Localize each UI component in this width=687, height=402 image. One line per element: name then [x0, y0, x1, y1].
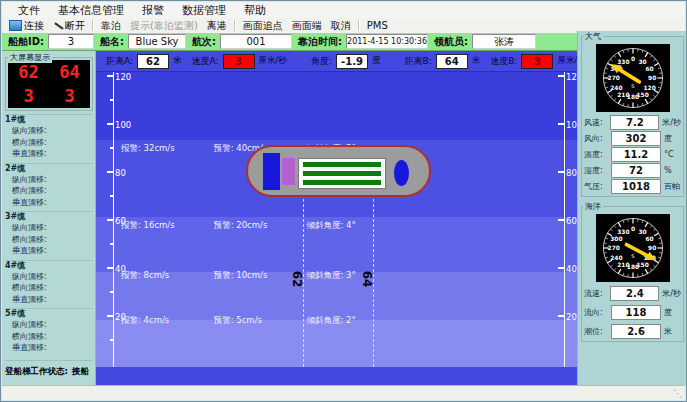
axis-tick	[558, 171, 564, 173]
distance-b-label: 距离B:	[404, 55, 431, 68]
axis-minor-tick	[110, 291, 113, 293]
big-screen-display-group: 大屏幕显示 62 64 3 3	[5, 57, 93, 111]
disconnect-icon	[53, 21, 63, 31]
distance-band	[96, 320, 577, 367]
cable-group-5: 5#缆 纵向漂移: 横向漂移: 垂直漂移:	[5, 308, 93, 354]
menu-bar: 文件 基本信息管理 报警 数据管理 帮助	[2, 2, 685, 19]
humidity-value: 72	[611, 163, 661, 178]
pilot-label: 领航员:	[434, 35, 468, 49]
connect-icon	[9, 20, 22, 31]
svg-text:210: 210	[617, 92, 629, 98]
axis-tick-label: 20	[566, 312, 577, 322]
cable-title: 1#缆	[5, 115, 93, 125]
temperature-value: 11.2	[611, 147, 661, 162]
gangway-status: 登船梯工作状态:接船	[5, 360, 93, 378]
menu-alarm[interactable]: 报警	[134, 2, 172, 19]
toolbar-track-point-button[interactable]: 画面追点	[241, 19, 285, 33]
wind-direction-label: 风向:	[584, 133, 611, 144]
axis-minor-tick	[110, 147, 113, 149]
big-screen-display: 62 64 3 3	[8, 60, 90, 108]
lateral-drift-label: 横向漂移:	[5, 331, 93, 343]
status-bar: ⋱	[2, 385, 685, 400]
ship-name-input[interactable]: Blue Sky	[128, 34, 186, 49]
humidity-row: 湿度: 72 %	[584, 163, 681, 178]
toolbar-screen-button[interactable]: 画面端	[290, 19, 324, 33]
svg-text:30: 30	[638, 59, 646, 65]
lateral-drift-label: 横向漂移:	[5, 137, 93, 149]
current-direction-label: 流向:	[584, 307, 611, 318]
alarm-row-3: 报警: 8cm/s 预警: 10cm/s 倾斜角度: 3°	[121, 270, 567, 282]
axis-minor-tick	[110, 243, 113, 245]
voyage-label: 航次:	[192, 35, 216, 49]
toolbar-departure-button[interactable]: 离港	[205, 19, 229, 33]
lateral-drift-label: 横向漂移:	[5, 282, 93, 294]
speed-a-unit: 厘米/秒	[259, 55, 287, 67]
berthing-time-label: 靠泊时间:	[298, 35, 342, 49]
svg-text:S: S	[631, 83, 634, 89]
svg-text:0: 0	[630, 56, 634, 62]
svg-text:60: 60	[645, 66, 653, 72]
ocean-section-title: 海洋	[583, 201, 603, 212]
humidity-unit: %	[664, 166, 672, 175]
svg-text:330: 330	[617, 229, 629, 235]
ship-superstructure	[263, 153, 280, 190]
svg-text:120: 120	[643, 85, 655, 91]
hold-stripe	[303, 180, 381, 185]
alarm-row-2: 报警: 16cm/s 预警: 20cm/s 倾斜角度: 4°	[121, 220, 567, 232]
menu-file[interactable]: 文件	[10, 2, 48, 19]
current-speed-label: 流速:	[584, 288, 610, 299]
toolbar-berthing-monitor-button[interactable]: 提示(靠泊监测)	[128, 19, 200, 33]
longitudinal-drift-label: 纵向漂移:	[5, 174, 93, 186]
berthing-time-input[interactable]: 2011-4-15 10:30:36	[346, 34, 428, 49]
axis-tick-label: 100	[115, 120, 131, 130]
wind-direction-unit: 度	[664, 133, 672, 144]
toolbar-disconnect-button[interactable]: 断开	[51, 19, 87, 33]
speed-a-label: 速度A:	[192, 55, 219, 68]
axis-tick-label: 120	[115, 72, 131, 82]
axis-minor-tick	[110, 339, 113, 341]
cable-group-2: 2#缆 纵向漂移: 横向漂移: 垂直漂移:	[5, 163, 93, 209]
toolbar-berthing-button[interactable]: 靠泊	[99, 19, 123, 33]
lateral-drift-label: 横向漂移:	[5, 185, 93, 197]
speed-a-value: 3	[223, 54, 255, 69]
alarm-threshold: 报警: 8cm/s	[121, 270, 211, 282]
svg-text:240: 240	[610, 85, 622, 91]
wind-direction-gauge: 0306090120150180210240270300330S	[596, 44, 670, 112]
axis-tick	[107, 219, 113, 221]
tilt-threshold: 倾斜角度: 3°	[306, 270, 396, 282]
wind-direction-row: 风向: 302 度	[584, 131, 681, 146]
voyage-input[interactable]: 001	[220, 34, 292, 49]
toolbar-cancel-button[interactable]: 取消	[329, 19, 353, 33]
tide-level-unit: 米	[664, 326, 672, 337]
tide-level-row: 潮位: 2.6 米	[584, 324, 681, 339]
svg-text:300: 300	[610, 236, 622, 242]
angle-label: 角度:	[311, 55, 332, 68]
ship-id-input[interactable]: 3	[48, 34, 94, 49]
menu-help[interactable]: 帮助	[236, 2, 274, 19]
svg-text:330: 330	[617, 59, 629, 65]
toolbar-separator	[92, 20, 94, 31]
menu-data-management[interactable]: 数据管理	[174, 2, 234, 19]
toolbar-connect-button[interactable]: 连接	[7, 19, 46, 33]
wind-speed-label: 风速:	[584, 117, 610, 128]
tide-level-value: 2.6	[611, 324, 661, 339]
axis-tick	[107, 315, 113, 317]
speed-b-value: 3	[521, 54, 553, 69]
axis-tick	[107, 171, 113, 173]
atmosphere-section-title: 大气	[583, 31, 603, 42]
pilot-input[interactable]: 张涛	[472, 34, 536, 49]
menu-basic-info[interactable]: 基本信息管理	[50, 2, 132, 19]
cable-group-3: 3#缆 纵向漂移: 横向漂移: 垂直漂移:	[5, 211, 93, 257]
current-speed-unit: 米/秒	[662, 288, 681, 299]
svg-text:90: 90	[648, 245, 656, 251]
display-distance-b: 64	[49, 60, 90, 84]
alarm-threshold: 报警: 16cm/s	[121, 220, 211, 232]
ship-bow-tank	[394, 160, 409, 186]
resize-grip[interactable]: ⋱	[673, 388, 683, 399]
big-screen-display-title: 大屏幕显示	[8, 52, 52, 63]
svg-text:0: 0	[630, 226, 634, 232]
toolbar-pms-button[interactable]: PMS	[365, 20, 390, 31]
wind-direction-value: 302	[611, 131, 661, 146]
ship-info-bar: 船舶ID: 3 船名: Blue Sky 航次: 001 靠泊时间: 2011-…	[2, 33, 577, 51]
stern-distance-label: 64	[360, 271, 374, 288]
